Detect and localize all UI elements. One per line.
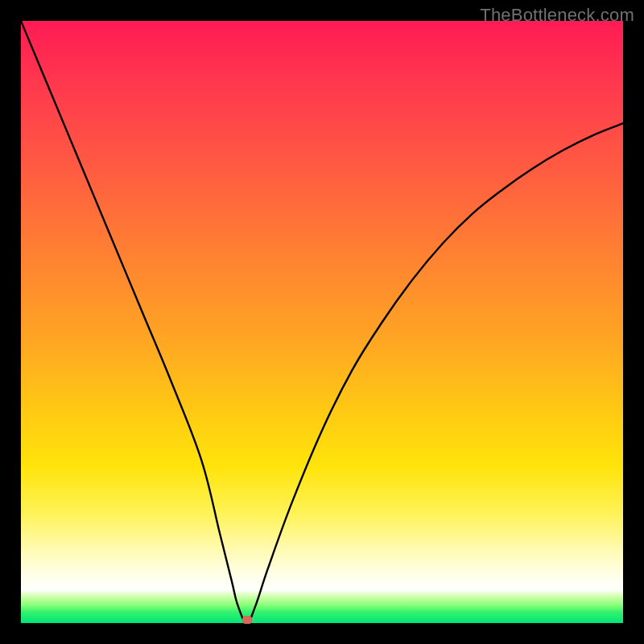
watermark-text: TheBottleneck.com [480,5,634,26]
plot-area [21,21,623,623]
optimal-point-marker [242,616,252,624]
bottleneck-curve [21,21,623,623]
chart-frame: TheBottleneck.com [0,0,644,644]
